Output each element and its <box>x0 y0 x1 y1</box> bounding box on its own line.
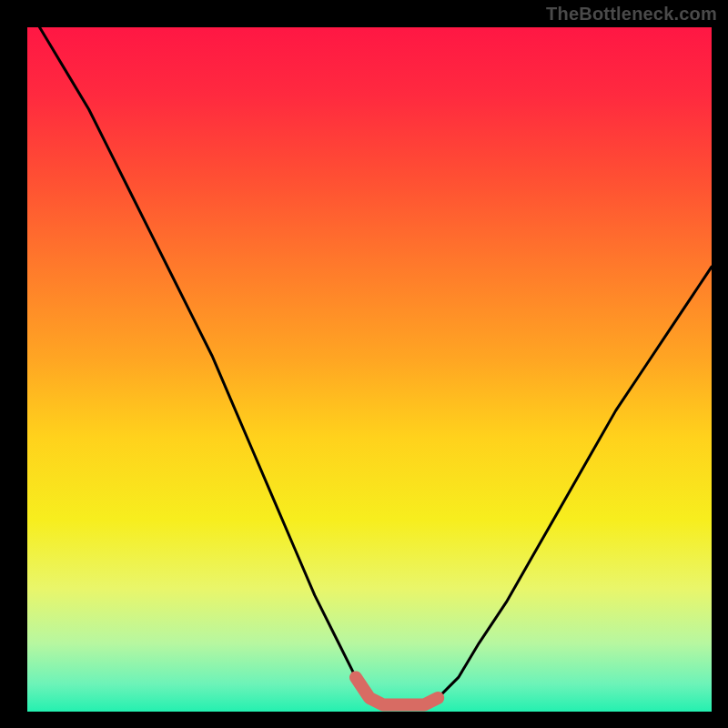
watermark-text: TheBottleneck.com <box>546 4 717 25</box>
chart-frame: TheBottleneck.com <box>0 0 728 728</box>
gradient-background <box>27 27 712 712</box>
bottleneck-chart <box>0 0 728 728</box>
